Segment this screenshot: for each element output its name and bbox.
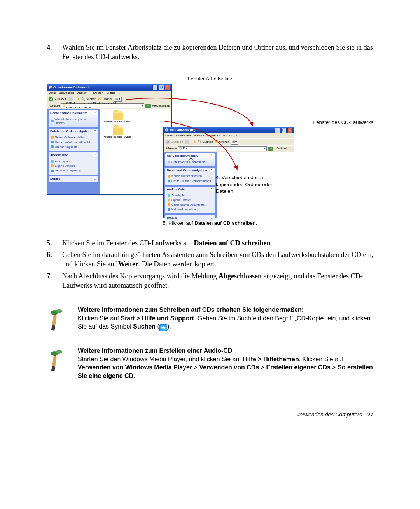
back-icon: ◄ — [165, 140, 170, 144]
menu-item[interactable]: Bearbeiten — [59, 91, 74, 95]
up-icon[interactable]: ⬆ — [77, 97, 80, 101]
address-label: Adresse — [49, 104, 60, 108]
menu-item[interactable]: ? — [235, 134, 237, 138]
task-link[interactable]: Neuen Ordner erstellen — [168, 174, 213, 178]
figure: Fenster Arbeitsplatz 📁 Gemeinsame Dokume… — [47, 75, 373, 227]
search-button[interactable]: 🔍 Suchen — [198, 140, 213, 144]
close-button[interactable]: × — [165, 85, 170, 90]
window2-address-bar[interactable]: Adresse 💿D:\ ▾ → Wechseln zu — [164, 145, 294, 152]
step-number: 6. — [47, 250, 62, 269]
expand-icon[interactable]: ⌄ — [210, 216, 214, 220]
search-go-icon: ➜ — [159, 324, 167, 331]
link-icon — [168, 199, 170, 201]
window2-menu-bar[interactable]: DateiBearbeitenAnsichtFavoritenExtras? — [164, 133, 294, 138]
link-label: Ordner freigeben — [55, 145, 77, 149]
tip-icon — [47, 346, 68, 371]
go-label: Wechseln zu — [152, 104, 170, 108]
step-text: Geben Sie im daraufhin geöffneten Assist… — [62, 250, 373, 269]
back-button[interactable]: Zurück ▾ — [55, 97, 66, 101]
svg-marker-11 — [51, 366, 55, 371]
collapse-icon[interactable]: ⌃ — [210, 187, 214, 191]
window2-title-bar: 💿 CD-Laufwerk (D:) _ ▢ × — [164, 127, 294, 133]
menu-item[interactable]: Extras — [107, 91, 116, 95]
link-icon — [168, 203, 170, 206]
svg-point-8 — [56, 350, 62, 354]
task-link[interactable]: Neuen Ordner erstellen — [51, 135, 96, 140]
close-button[interactable]: × — [287, 128, 293, 133]
up-icon[interactable]: ⬆ — [194, 140, 196, 144]
link-icon — [51, 141, 54, 143]
window2-toolbar[interactable]: ◄ Zurück ▾ · ⬆ 🔍 Suchen 📂 Ordner ▥▾ — [164, 138, 294, 145]
collapse-icon[interactable]: ⌃ — [210, 154, 214, 158]
search-button[interactable]: 🔍 Suchen — [81, 97, 96, 101]
tip-body: Weitere Informationen zum Schreiben auf … — [78, 306, 373, 331]
address-field[interactable]: 💿D:\ ▾ — [178, 146, 267, 151]
window2-side-panel: CD-Schreibaufgaben ⌃ Dateien auf CD schr… — [164, 152, 217, 218]
menu-item[interactable]: Favoriten — [91, 91, 103, 95]
window1-address-bar[interactable]: Adresse 📁C:\Dokumente und Einstellungen\… — [47, 103, 172, 109]
step-text: Nach Abschluss des Kopiervorgangs wird d… — [62, 271, 373, 290]
task-link[interactable]: Arbeitsplatz — [51, 159, 96, 164]
menu-item[interactable]: Extras — [223, 134, 232, 138]
menu-item[interactable]: Datei — [165, 134, 173, 138]
step-item: 5.Klicken Sie im Fenster des CD-Laufwerk… — [47, 238, 373, 248]
collapse-icon[interactable]: ⌃ — [93, 111, 97, 115]
window2-title: CD-Laufwerk (D:) — [170, 128, 195, 133]
menu-item[interactable]: Ansicht — [194, 134, 204, 138]
task-link[interactable]: Netzwerkumgebung — [168, 207, 213, 212]
folder-item[interactable]: Gemeinsame Bilder — [102, 111, 133, 124]
task-link[interactable]: Ordner im Web veröffentlichen — [168, 179, 213, 184]
menu-item[interactable]: Ansicht — [77, 91, 87, 95]
menu-item[interactable]: Favoriten — [207, 134, 220, 138]
task-link[interactable]: Eigene Dateien — [168, 198, 213, 203]
folder-item[interactable]: Gemeinsame Musik — [102, 126, 133, 139]
task-link[interactable]: Arbeitsplatz — [168, 193, 213, 198]
go-button[interactable]: → — [268, 147, 273, 151]
task-link[interactable]: Gemeinsame Dokumente — [168, 203, 213, 207]
task-link[interactable]: Ordner freigeben — [51, 145, 96, 149]
collapse-icon[interactable]: ⌃ — [93, 153, 97, 157]
maximize-button[interactable]: ▢ — [159, 85, 164, 90]
minimize-button[interactable]: _ — [275, 128, 280, 133]
forward-icon[interactable] — [68, 97, 73, 101]
task-link[interactable]: Netzwerkumgebung — [51, 168, 96, 173]
go-button[interactable]: → — [145, 104, 151, 108]
tips-section: Weitere Informationen zum Schreiben auf … — [47, 306, 373, 380]
ordered-steps-a: 4.Wählen Sie im Fenster Arbeitsplatz die… — [47, 43, 373, 62]
link-label: Ordner im Web veröffentlichen — [55, 140, 94, 144]
menu-item[interactable]: Datei — [49, 91, 56, 95]
expand-icon[interactable]: ⌄ — [93, 177, 97, 181]
page-footer: Verwenden des Computers 27 — [47, 411, 373, 418]
views-button[interactable]: ▥▾ — [231, 140, 238, 145]
tip-heading: Weitere Informationen zum Erstellen eine… — [78, 346, 373, 355]
menu-item[interactable]: Bearbeiten — [176, 134, 191, 138]
svg-marker-6 — [51, 325, 55, 331]
ordered-steps-b: 5.Klicken Sie im Fenster des CD-Laufwerk… — [47, 238, 373, 290]
link-label: Eigene Dateien — [55, 164, 75, 168]
task-link[interactable]: Dateien auf CD schreiben — [168, 160, 213, 164]
task-link[interactable]: Eigene Dateien — [51, 164, 96, 168]
link-icon — [51, 120, 54, 122]
link-icon — [168, 194, 170, 197]
minimize-button[interactable]: _ — [152, 85, 158, 90]
link-icon — [51, 164, 54, 167]
folders-button[interactable]: 📂 Ordner — [215, 140, 229, 144]
menu-item[interactable]: ? — [119, 91, 120, 95]
collapse-icon[interactable]: ⌃ — [210, 168, 214, 172]
task-link[interactable]: Ordner im Web veröffentlichen — [51, 140, 96, 145]
maximize-button[interactable]: ▢ — [281, 128, 287, 133]
address-field[interactable]: 📁C:\Dokumente und Einstellungen\All User… — [61, 103, 144, 108]
folder-icon: 📁 — [48, 86, 52, 90]
step-number: 4. — [47, 43, 62, 62]
window1-menu-bar[interactable]: DateiBearbeitenAnsichtFavoritenExtras? — [47, 91, 172, 96]
window-arbeitsplatz: 📁 Gemeinsame Dokumente _ ▢ × DateiBearbe… — [47, 84, 172, 195]
link-label: Gemeinsame Dokumente — [172, 203, 205, 207]
collapse-icon[interactable]: ⌃ — [93, 129, 97, 133]
link-label: Dateien auf CD schreiben — [172, 160, 205, 164]
address-label: Adresse — [165, 147, 177, 151]
side-block-title: Andere Orte — [167, 187, 185, 192]
folders-button[interactable]: 📂 Ordner — [98, 97, 112, 101]
views-button[interactable]: ▥▾ — [114, 97, 122, 102]
task-link[interactable]: Was ist ein freigegebener Ordner? — [51, 117, 96, 126]
back-icon[interactable]: ◄ — [49, 97, 53, 101]
